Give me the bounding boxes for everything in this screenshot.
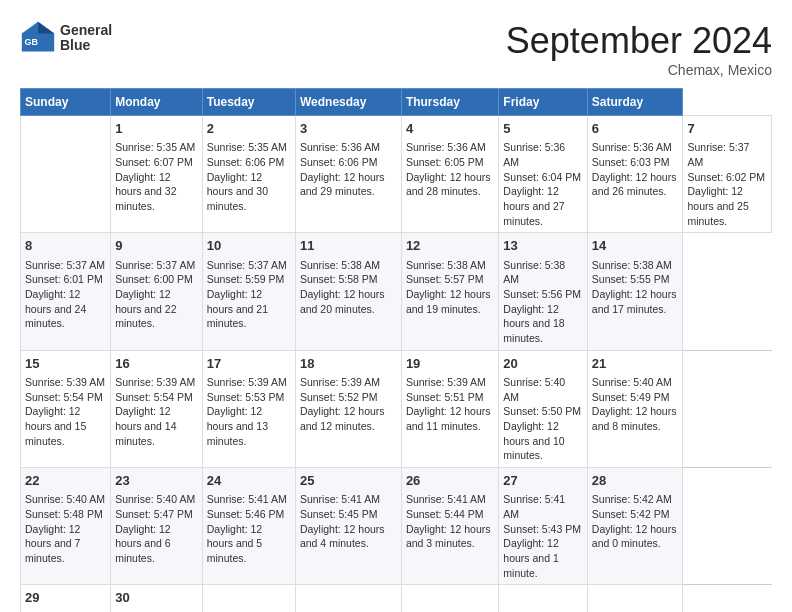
day-number: 28 [592, 472, 679, 490]
sunset-text: Sunset: 5:54 PM [25, 391, 103, 403]
logo-text: General Blue [60, 23, 112, 54]
day-number: 14 [592, 237, 679, 255]
sunrise-text: Sunrise: 5:39 AM [115, 376, 195, 388]
calendar-cell: 22Sunrise: 5:40 AMSunset: 5:48 PMDayligh… [21, 467, 111, 584]
sunrise-text: Sunrise: 5:38 AM [592, 259, 672, 271]
col-wednesday: Wednesday [295, 89, 401, 116]
calendar-cell: 28Sunrise: 5:42 AMSunset: 5:42 PMDayligh… [587, 467, 683, 584]
day-number: 10 [207, 237, 291, 255]
calendar-cell [587, 585, 683, 612]
sunset-text: Sunset: 6:04 PM [503, 171, 581, 183]
sunrise-text: Sunrise: 5:39 AM [25, 376, 105, 388]
day-number: 5 [503, 120, 582, 138]
calendar-cell: 20Sunrise: 5:40 AMSunset: 5:50 PMDayligh… [499, 350, 587, 467]
daylight-text: Daylight: 12 hours and 20 minutes. [300, 288, 385, 315]
daylight-text: Daylight: 12 hours and 18 minutes. [503, 303, 564, 344]
calendar-week-1: 8Sunrise: 5:37 AMSunset: 6:01 PMDaylight… [21, 233, 772, 350]
col-saturday: Saturday [587, 89, 683, 116]
day-number: 24 [207, 472, 291, 490]
calendar-cell: 29Sunrise: 5:42 AMSunset: 5:41 PMDayligh… [21, 585, 111, 612]
daylight-text: Daylight: 12 hours and 12 minutes. [300, 405, 385, 432]
sunset-text: Sunset: 5:42 PM [592, 508, 670, 520]
day-number: 13 [503, 237, 582, 255]
daylight-text: Daylight: 12 hours and 3 minutes. [406, 523, 491, 550]
calendar-cell: 1Sunrise: 5:35 AMSunset: 6:07 PMDaylight… [111, 116, 203, 233]
calendar-cell: 4Sunrise: 5:36 AMSunset: 6:05 PMDaylight… [401, 116, 498, 233]
sunset-text: Sunset: 6:07 PM [115, 156, 193, 168]
calendar-cell: 6Sunrise: 5:36 AMSunset: 6:03 PMDaylight… [587, 116, 683, 233]
col-monday: Monday [111, 89, 203, 116]
daylight-text: Daylight: 12 hours and 7 minutes. [25, 523, 80, 564]
sunrise-text: Sunrise: 5:38 AM [503, 259, 565, 286]
sunset-text: Sunset: 5:53 PM [207, 391, 285, 403]
sunrise-text: Sunrise: 5:36 AM [406, 141, 486, 153]
sunset-text: Sunset: 5:45 PM [300, 508, 378, 520]
daylight-text: Daylight: 12 hours and 28 minutes. [406, 171, 491, 198]
day-number: 3 [300, 120, 397, 138]
sunset-text: Sunset: 5:47 PM [115, 508, 193, 520]
sunset-text: Sunset: 5:44 PM [406, 508, 484, 520]
sunrise-text: Sunrise: 5:37 AM [115, 259, 195, 271]
daylight-text: Daylight: 12 hours and 14 minutes. [115, 405, 176, 446]
day-number: 6 [592, 120, 679, 138]
location: Chemax, Mexico [506, 62, 772, 78]
daylight-text: Daylight: 12 hours and 10 minutes. [503, 420, 564, 461]
sunrise-text: Sunrise: 5:40 AM [115, 493, 195, 505]
sunrise-text: Sunrise: 5:37 AM [207, 259, 287, 271]
sunrise-text: Sunrise: 5:35 AM [115, 141, 195, 153]
daylight-text: Daylight: 12 hours and 25 minutes. [687, 185, 748, 226]
daylight-text: Daylight: 12 hours and 5 minutes. [207, 523, 262, 564]
sunset-text: Sunset: 5:55 PM [592, 273, 670, 285]
day-number: 23 [115, 472, 198, 490]
svg-marker-1 [38, 22, 54, 34]
day-number: 1 [115, 120, 198, 138]
calendar-cell: 30Sunrise: 5:42 AMSunset: 5:40 PMDayligh… [111, 585, 203, 612]
logo-line2: Blue [60, 38, 112, 53]
day-number: 2 [207, 120, 291, 138]
day-number: 26 [406, 472, 494, 490]
daylight-text: Daylight: 12 hours and 32 minutes. [115, 171, 176, 212]
sunrise-text: Sunrise: 5:40 AM [592, 376, 672, 388]
sunrise-text: Sunrise: 5:41 AM [207, 493, 287, 505]
daylight-text: Daylight: 12 hours and 24 minutes. [25, 288, 86, 329]
day-number: 29 [25, 589, 106, 607]
daylight-text: Daylight: 12 hours and 21 minutes. [207, 288, 268, 329]
daylight-text: Daylight: 12 hours and 30 minutes. [207, 171, 268, 212]
calendar-body: 1Sunrise: 5:35 AMSunset: 6:07 PMDaylight… [21, 116, 772, 613]
month-title: September 2024 [506, 20, 772, 62]
header-row: Sunday Monday Tuesday Wednesday Thursday… [21, 89, 772, 116]
daylight-text: Daylight: 12 hours and 1 minute. [503, 537, 558, 578]
calendar-cell: 9Sunrise: 5:37 AMSunset: 6:00 PMDaylight… [111, 233, 203, 350]
logo: GB General Blue [20, 20, 112, 56]
calendar-cell: 3Sunrise: 5:36 AMSunset: 6:06 PMDaylight… [295, 116, 401, 233]
sunrise-text: Sunrise: 5:39 AM [300, 376, 380, 388]
day-number: 16 [115, 355, 198, 373]
day-number: 8 [25, 237, 106, 255]
calendar-cell: 23Sunrise: 5:40 AMSunset: 5:47 PMDayligh… [111, 467, 203, 584]
day-number: 19 [406, 355, 494, 373]
daylight-text: Daylight: 12 hours and 29 minutes. [300, 171, 385, 198]
calendar-cell: 26Sunrise: 5:41 AMSunset: 5:44 PMDayligh… [401, 467, 498, 584]
calendar-cell: 24Sunrise: 5:41 AMSunset: 5:46 PMDayligh… [202, 467, 295, 584]
day-number: 21 [592, 355, 679, 373]
logo-icon: GB [20, 20, 56, 56]
day-number: 11 [300, 237, 397, 255]
sunrise-text: Sunrise: 5:40 AM [25, 493, 105, 505]
daylight-text: Daylight: 12 hours and 15 minutes. [25, 405, 86, 446]
sunrise-text: Sunrise: 5:41 AM [300, 493, 380, 505]
sunrise-text: Sunrise: 5:36 AM [503, 141, 565, 168]
sunset-text: Sunset: 5:58 PM [300, 273, 378, 285]
calendar-cell [401, 585, 498, 612]
daylight-text: Daylight: 12 hours and 4 minutes. [300, 523, 385, 550]
sunset-text: Sunset: 5:57 PM [406, 273, 484, 285]
day-number: 15 [25, 355, 106, 373]
sunset-text: Sunset: 5:46 PM [207, 508, 285, 520]
day-number: 27 [503, 472, 582, 490]
sunset-text: Sunset: 6:01 PM [25, 273, 103, 285]
calendar-cell: 14Sunrise: 5:38 AMSunset: 5:55 PMDayligh… [587, 233, 683, 350]
sunrise-text: Sunrise: 5:36 AM [300, 141, 380, 153]
sunrise-text: Sunrise: 5:37 AM [25, 259, 105, 271]
sunrise-text: Sunrise: 5:35 AM [207, 141, 287, 153]
calendar-table: Sunday Monday Tuesday Wednesday Thursday… [20, 88, 772, 612]
day-number: 30 [115, 589, 198, 607]
